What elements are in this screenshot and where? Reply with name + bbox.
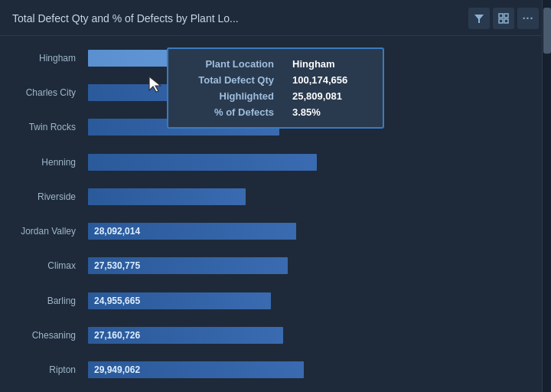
filter-icon [474, 13, 484, 24]
chart-container: Total Defect Qty and % of Defects by Pla… [0, 0, 551, 392]
bar-value: 29,949,062 [94, 364, 140, 375]
bar-row[interactable] [88, 186, 513, 207]
bar-ripton: 29,949,062 [88, 361, 304, 378]
bar-row[interactable]: 27,160,726 [88, 325, 513, 346]
tooltip: Plant Location Hingham Total Defect Qty … [167, 47, 384, 129]
svg-rect-4 [504, 19, 508, 23]
bar-value: 27,530,775 [94, 260, 140, 271]
tooltip-row-pct: % of Defects 3.85% [182, 106, 369, 118]
y-label-henning: Henning [6, 149, 82, 176]
tooltip-pct-label: % of Defects [182, 106, 274, 118]
tooltip-row-defect: Total Defect Qty 100,174,656 [182, 74, 369, 86]
bar-riverside [88, 188, 246, 205]
bar-row[interactable]: 29,949,062 [88, 359, 513, 381]
bar-row[interactable] [88, 152, 513, 173]
tooltip-highlighted-label: Highlighted [182, 90, 274, 102]
tooltip-row-highlighted: Highlighted 25,809,081 [182, 90, 369, 102]
tooltip-defect-value: 100,174,656 [292, 74, 369, 86]
bar-row[interactable]: 27,530,775 [88, 255, 513, 276]
chart-header: Total Defect Qty and % of Defects by Pla… [0, 0, 551, 36]
y-axis: HinghamCharles CityTwin RocksHenningRive… [0, 41, 88, 387]
y-label-barling: Barling [6, 287, 82, 315]
y-label-riverside: Riverside [6, 183, 82, 211]
bar-value: 27,160,726 [94, 330, 140, 341]
bar-climax: 27,530,775 [88, 257, 288, 274]
tooltip-pct-value: 3.85% [292, 106, 369, 118]
bar-barling: 24,955,665 [88, 292, 271, 309]
tooltip-plant-label: Plant Location [182, 58, 274, 70]
svg-rect-1 [499, 14, 503, 18]
bar-henning [88, 154, 317, 171]
y-label-ripton: Ripton [6, 356, 82, 384]
filter-button[interactable] [468, 8, 490, 29]
bar-jordan-valley: 28,092,014 [88, 223, 296, 240]
bar-value: 24,955,665 [94, 296, 140, 306]
bar-value: 28,092,014 [94, 226, 140, 237]
bar-row[interactable]: 28,092,014 [88, 220, 513, 242]
svg-marker-0 [474, 15, 484, 23]
tooltip-row-location: Plant Location Hingham [182, 58, 369, 70]
bar-row[interactable]: 24,955,665 [88, 290, 513, 312]
y-label-charles-city: Charles City [6, 79, 82, 106]
tooltip-defect-label: Total Defect Qty [182, 74, 274, 86]
expand-icon [498, 13, 509, 24]
y-label-climax: Climax [6, 252, 82, 279]
tooltip-plant-value: Hingham [292, 58, 369, 70]
more-icon: ··· [523, 12, 534, 24]
scrollbar-thumb[interactable] [543, 8, 551, 54]
chart-title: Total Defect Qty and % of Defects by Pla… [12, 12, 468, 24]
header-icons: ··· [468, 8, 539, 29]
bar-chesaning: 27,160,726 [88, 327, 283, 344]
y-label-twin-rocks: Twin Rocks [6, 113, 82, 141]
more-button[interactable]: ··· [517, 8, 539, 29]
y-label-chesaning: Chesaning [6, 322, 82, 349]
scrollbar[interactable] [542, 0, 551, 392]
y-label-hingham: Hingham [6, 44, 82, 72]
tooltip-highlighted-value: 25,809,081 [292, 90, 369, 102]
svg-rect-3 [499, 19, 503, 23]
expand-button[interactable] [493, 8, 514, 29]
y-label-jordan-valley: Jordan Valley [6, 217, 82, 245]
svg-rect-2 [504, 14, 508, 18]
